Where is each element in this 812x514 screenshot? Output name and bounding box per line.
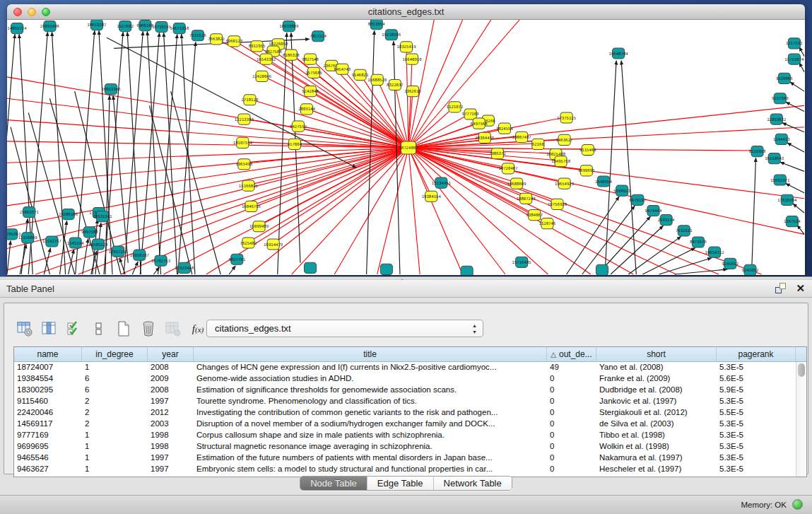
selected-edge[interactable]: [408, 148, 420, 274]
float-panel-icon[interactable]: [775, 283, 786, 293]
selected-network-node[interactable]: 1965498: [236, 159, 253, 170]
network-node[interactable]: 16033809: [279, 21, 299, 32]
selected-network-node[interactable]: 1120746: [539, 218, 556, 229]
table-row[interactable]: 1456911722003Disruption of a novel membe…: [14, 419, 796, 430]
edge[interactable]: [127, 32, 141, 274]
network-node[interactable]: [596, 264, 608, 275]
selected-network-node[interactable]: 2803144: [298, 104, 315, 115]
edge[interactable]: [642, 248, 695, 274]
network-node[interactable]: [461, 266, 473, 275]
selected-network-node[interactable]: 17375125: [557, 112, 576, 123]
selected-network-node[interactable]: 8912955: [249, 41, 266, 52]
network-node[interactable]: 25065071: [20, 206, 40, 217]
network-node[interactable]: 20691406: [40, 21, 60, 32]
column-header-title[interactable]: title: [194, 347, 547, 361]
edge[interactable]: [799, 63, 804, 72]
table-row[interactable]: 946554611997Estimation of the future num…: [14, 452, 796, 464]
selected-network-node[interactable]: 9463627: [556, 134, 573, 145]
network-node[interactable]: 9474444: [645, 205, 662, 216]
network-node[interactable]: 9857791: [228, 254, 245, 264]
column-header-pagerank[interactable]: pagerank: [717, 347, 796, 361]
selected-network-node[interactable]: 9960123: [225, 36, 242, 47]
selected-network-node[interactable]: 19654923: [555, 178, 574, 189]
network-node[interactable]: 10719155: [152, 22, 171, 33]
selected-edge[interactable]: [7, 141, 408, 148]
edge[interactable]: [790, 82, 804, 91]
network-node[interactable]: 15751074: [784, 54, 804, 64]
network-node[interactable]: 6479197: [629, 194, 646, 205]
network-node[interactable]: 9245652: [722, 258, 739, 269]
network-node[interactable]: 16958107: [130, 250, 149, 260]
table-row[interactable]: 977716911998Corpus callosum shape and si…: [14, 430, 796, 441]
edge[interactable]: [621, 61, 636, 274]
edge[interactable]: [786, 102, 804, 111]
selected-network-node[interactable]: 1575685: [305, 67, 322, 78]
edge[interactable]: [164, 33, 177, 274]
edge[interactable]: [780, 162, 804, 171]
selected-edge[interactable]: [408, 148, 548, 274]
column-header-out-de-[interactable]: △out_de...: [547, 347, 596, 361]
import-table-icon[interactable]: [163, 319, 184, 339]
network-node[interactable]: 15692971: [770, 175, 790, 185]
selected-network-node[interactable]: 1121072: [447, 102, 464, 112]
selected-network-node[interactable]: 15688520: [367, 74, 387, 85]
network-node[interactable]: 1167534: [784, 216, 801, 227]
table-row[interactable]: 946362711997Embryonic stem cells: a mode…: [14, 464, 796, 475]
selected-edge[interactable]: [7, 148, 408, 249]
selected-network-node[interactable]: 9699695: [578, 165, 595, 176]
selected-network-node[interactable]: 10688609: [507, 178, 527, 189]
network-node[interactable]: 10654112: [705, 247, 724, 257]
selected-network-node[interactable]: 19384554: [422, 191, 442, 201]
network-node[interactable]: 10653287: [87, 20, 106, 30]
network-node[interactable]: 14055724: [8, 23, 28, 34]
edge[interactable]: [107, 37, 357, 168]
selected-network-node[interactable]: 8454743: [334, 64, 351, 74]
edge[interactable]: [113, 95, 128, 263]
edge[interactable]: [132, 262, 138, 274]
selected-network-node[interactable]: 10720407: [498, 163, 517, 174]
selected-edge[interactable]: [248, 148, 408, 242]
table-mode-icon[interactable]: [14, 319, 35, 339]
column-header-in-degree[interactable]: in_degree: [82, 347, 148, 361]
edge[interactable]: [229, 266, 235, 274]
selected-network-node[interactable]: 18724007: [399, 141, 418, 154]
selected-network-node[interactable]: 8322037: [387, 79, 404, 90]
selected-network-node[interactable]: 18107554: [233, 137, 253, 148]
tab-network-table[interactable]: Network Table: [434, 477, 512, 490]
edge[interactable]: [147, 31, 160, 274]
table-row[interactable]: 1872400712008Changes of HCN gene express…: [14, 362, 796, 373]
tab-edge-table[interactable]: Edge Table: [367, 477, 434, 490]
edge[interactable]: [158, 34, 177, 274]
function-builder-icon[interactable]: f(x): [187, 319, 208, 339]
network-node[interactable]: 15134451: [432, 177, 452, 188]
window-titlebar[interactable]: citations_edges.txt: [7, 4, 805, 20]
selected-network-node[interactable]: 2718120: [242, 95, 259, 105]
selected-edge[interactable]: [408, 148, 676, 274]
selected-edge[interactable]: [7, 120, 408, 148]
edge[interactable]: [786, 184, 804, 193]
selected-network-node[interactable]: 16640910: [403, 54, 423, 64]
selected-edge[interactable]: [408, 148, 633, 274]
network-node[interactable]: 2935114: [658, 215, 675, 226]
edge[interactable]: [99, 30, 112, 274]
selected-network-node[interactable]: 3824554: [496, 123, 513, 134]
network-node[interactable]: 1527602: [117, 21, 134, 32]
delete-icon[interactable]: [138, 319, 159, 339]
column-header-short[interactable]: short: [596, 347, 717, 361]
selected-network-node[interactable]: 8427552: [290, 121, 307, 132]
selected-edge[interactable]: [408, 148, 505, 274]
edge[interactable]: [124, 31, 143, 274]
network-node[interactable]: 16648784: [609, 48, 629, 59]
edge[interactable]: [611, 226, 664, 274]
edge[interactable]: [28, 112, 74, 274]
vertical-scrollbar[interactable]: [796, 362, 806, 477]
network-node[interactable]: 8471676: [690, 237, 707, 247]
table-selector-dropdown[interactable]: citations_edges.txt ▲▼: [206, 320, 483, 337]
selected-edge[interactable]: [7, 148, 408, 206]
network-node[interactable]: 1217531: [786, 38, 803, 49]
selected-edge[interactable]: [292, 148, 408, 274]
selected-network-node[interactable]: 18325419: [396, 42, 416, 52]
column-header-year[interactable]: year: [148, 347, 194, 361]
selected-network-node[interactable]: 9146821: [352, 69, 369, 80]
edge[interactable]: [751, 158, 755, 274]
